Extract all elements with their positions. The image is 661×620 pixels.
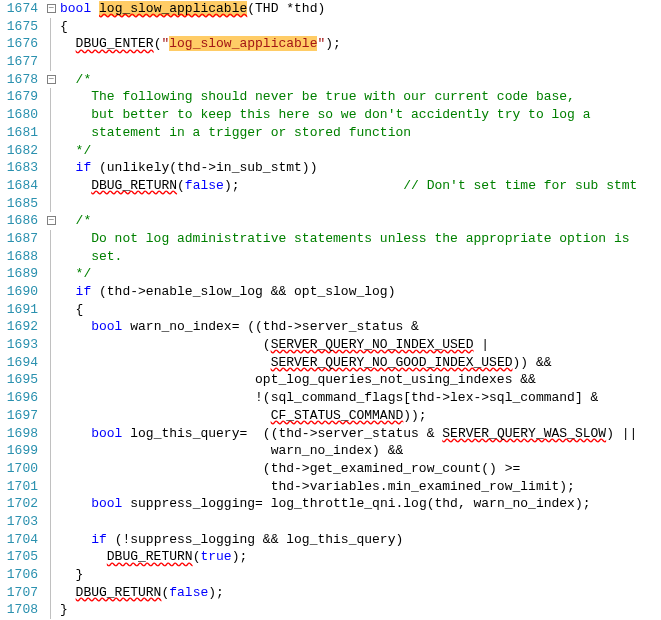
code-line[interactable]: (thd->get_examined_row_count() >=	[60, 460, 661, 478]
code-token: !(sql_command_flags[thd->lex->sql_comman…	[60, 390, 598, 405]
code-token: (thd->get_examined_row_count() >=	[60, 461, 520, 476]
line-number-gutter: 1674167516761677167816791680168116821683…	[0, 0, 44, 619]
fold-guide	[50, 301, 58, 319]
code-token: but better to keep this here so we don't…	[60, 107, 591, 122]
code-token	[60, 284, 76, 299]
code-token: (THD *thd)	[247, 1, 325, 16]
code-line[interactable]: }	[60, 566, 661, 584]
fold-guide	[50, 195, 58, 213]
code-token: ));	[403, 408, 426, 423]
line-number: 1683	[0, 159, 38, 177]
code-line[interactable]	[60, 513, 661, 531]
fold-guide	[50, 106, 58, 124]
code-token: (thd->enable_slow_log && opt_slow_log)	[91, 284, 395, 299]
code-line[interactable]: The following should never be true with …	[60, 88, 661, 106]
code-line[interactable]: CF_STATUS_COMMAND));	[60, 407, 661, 425]
code-token: );	[208, 585, 224, 600]
code-line[interactable]: */	[60, 142, 661, 160]
code-token	[60, 496, 91, 511]
code-line[interactable]	[60, 53, 661, 71]
code-line[interactable]: DBUG_RETURN(true);	[60, 548, 661, 566]
code-line[interactable]: DBUG_ENTER("log_slow_applicable");	[60, 35, 661, 53]
code-line[interactable]: bool log_this_query= ((thd->server_statu…	[60, 425, 661, 443]
line-number: 1694	[0, 354, 38, 372]
code-line[interactable]: {	[60, 301, 661, 319]
code-token: (	[177, 178, 185, 193]
code-token: );	[232, 549, 248, 564]
fold-toggle-icon[interactable]: −	[47, 75, 56, 84]
code-line[interactable]: if (unlikely(thd->in_sub_stmt))	[60, 159, 661, 177]
code-line[interactable]: Do not log administrative statements unl…	[60, 230, 661, 248]
line-number: 1691	[0, 301, 38, 319]
fold-guide	[50, 513, 58, 531]
code-line[interactable]: DBUG_RETURN(false); // Don't set time fo…	[60, 177, 661, 195]
fold-guide	[50, 389, 58, 407]
code-line[interactable]: bool log_slow_applicable(THD *thd)	[60, 0, 661, 18]
code-line[interactable]: }	[60, 601, 661, 619]
line-number: 1687	[0, 230, 38, 248]
code-line[interactable]: !(sql_command_flags[thd->lex->sql_comman…	[60, 389, 661, 407]
code-token: CF_STATUS_COMMAND	[271, 408, 404, 423]
line-number: 1697	[0, 407, 38, 425]
code-line[interactable]: (SERVER_QUERY_NO_INDEX_USED |	[60, 336, 661, 354]
code-token: ) ||	[606, 426, 637, 441]
fold-guide	[50, 601, 58, 619]
code-token: if	[76, 284, 92, 299]
line-number: 1686	[0, 212, 38, 230]
fold-guide	[50, 336, 58, 354]
line-number: 1696	[0, 389, 38, 407]
fold-guide	[50, 442, 58, 460]
code-token: opt_log_queries_not_using_indexes &&	[60, 372, 536, 387]
code-line[interactable]	[60, 195, 661, 213]
fold-toggle-icon[interactable]: −	[47, 4, 56, 13]
line-number: 1699	[0, 442, 38, 460]
fold-guide	[50, 283, 58, 301]
code-area[interactable]: bool log_slow_applicable(THD *thd){ DBUG…	[58, 0, 661, 619]
code-token: set.	[60, 249, 122, 264]
code-line[interactable]: /*	[60, 212, 661, 230]
code-token: (!suppress_logging && log_this_query)	[107, 532, 403, 547]
fold-guide	[50, 142, 58, 160]
line-number: 1679	[0, 88, 38, 106]
line-number: 1690	[0, 283, 38, 301]
code-line[interactable]: set.	[60, 248, 661, 266]
code-token: DBUG_RETURN	[107, 549, 193, 564]
code-line[interactable]: /*	[60, 71, 661, 89]
code-token: |	[473, 337, 489, 352]
code-token	[60, 160, 76, 175]
code-token	[60, 178, 91, 193]
code-token: (unlikely(thd->in_sub_stmt))	[91, 160, 317, 175]
code-line[interactable]: warn_no_index) &&	[60, 442, 661, 460]
code-token: );	[224, 178, 403, 193]
code-line[interactable]: */	[60, 265, 661, 283]
code-line[interactable]: but better to keep this here so we don't…	[60, 106, 661, 124]
code-line[interactable]: DBUG_RETURN(false);	[60, 584, 661, 602]
line-number: 1695	[0, 371, 38, 389]
code-token	[60, 532, 91, 547]
code-line[interactable]: statement in a trigger or stored functio…	[60, 124, 661, 142]
code-line[interactable]: SERVER_QUERY_NO_GOOD_INDEX_USED)) &&	[60, 354, 661, 372]
code-token: bool	[60, 1, 91, 16]
code-line[interactable]: if (!suppress_logging && log_this_query)	[60, 531, 661, 549]
fold-guide	[50, 478, 58, 496]
code-token: /*	[76, 72, 92, 87]
code-line[interactable]: thd->variables.min_examined_row_limit);	[60, 478, 661, 496]
code-token: log_slow_applicable	[99, 1, 247, 16]
code-line[interactable]: bool warn_no_index= ((thd->server_status…	[60, 318, 661, 336]
code-token: DBUG_RETURN	[76, 585, 162, 600]
code-line[interactable]: bool suppress_logging= log_throttle_qni.…	[60, 495, 661, 513]
code-token	[60, 213, 76, 228]
code-token: // Don't set time for sub stmt	[403, 178, 637, 193]
code-token: {	[60, 19, 68, 34]
code-token: );	[325, 36, 341, 51]
code-line[interactable]: if (thd->enable_slow_log && opt_slow_log…	[60, 283, 661, 301]
fold-toggle-icon[interactable]: −	[47, 216, 56, 225]
code-line[interactable]: opt_log_queries_not_using_indexes &&	[60, 371, 661, 389]
code-token: SERVER_QUERY_NO_GOOD_INDEX_USED	[271, 355, 513, 370]
code-token	[60, 319, 91, 334]
line-number: 1702	[0, 495, 38, 513]
code-line[interactable]: {	[60, 18, 661, 36]
code-token	[60, 72, 76, 87]
code-token: */	[60, 143, 91, 158]
line-number: 1707	[0, 584, 38, 602]
